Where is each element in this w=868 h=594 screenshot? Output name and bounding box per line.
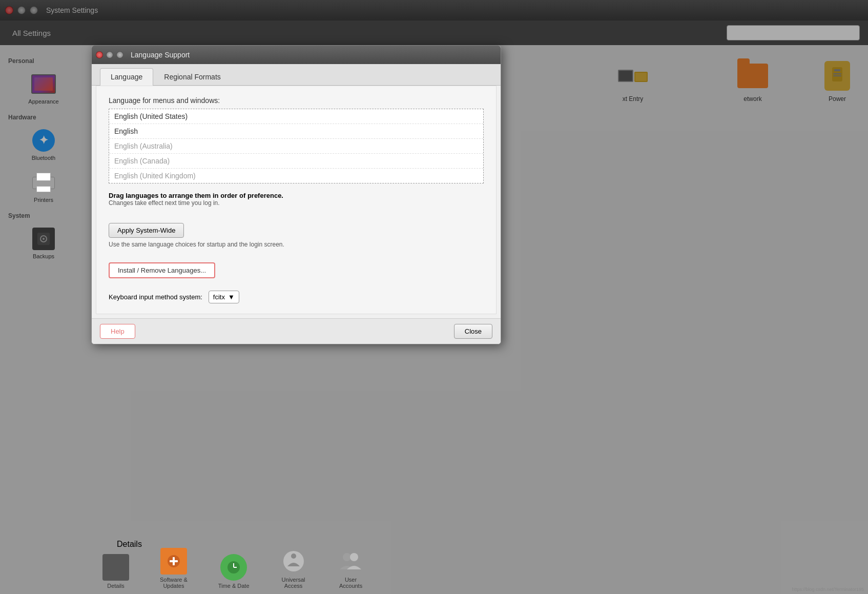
grid-item-timedate[interactable]: Time & Date	[218, 554, 250, 589]
apply-hint: Use the same language choices for startu…	[109, 241, 484, 248]
dialog-footer: Help Close	[92, 318, 501, 344]
dialog-close-button[interactable]	[96, 51, 103, 58]
lang-item-en-uk[interactable]: English (United Kingdom)	[109, 169, 483, 183]
tab-language[interactable]: Language	[100, 68, 153, 86]
dialog-title: Language Support	[131, 51, 190, 59]
dialog-overlay: Language Support Language Regional Forma…	[0, 0, 868, 594]
dialog-minimize-button[interactable]	[106, 51, 113, 58]
grid-item-universal[interactable]: UniversalAccess	[280, 548, 307, 589]
dialog-titlebar: Language Support	[92, 46, 501, 64]
universal-icon	[280, 548, 307, 575]
lang-item-en[interactable]: English	[109, 124, 483, 139]
help-button[interactable]: Help	[100, 324, 135, 339]
software-label: Software &Updates	[160, 577, 188, 589]
keyboard-label: Keyboard input method system:	[109, 293, 202, 301]
keyboard-value: fcitx	[213, 293, 225, 301]
drag-hint-sub: Changes take effect next time you log in…	[109, 199, 484, 207]
apply-system-wide-button[interactable]: Apply System-Wide	[109, 223, 184, 238]
dialog-maximize-button[interactable]	[116, 51, 123, 58]
lang-item-en-us[interactable]: English (United States)	[109, 109, 483, 124]
bottom-icons: Details Software &Updates Time & Date Un…	[102, 548, 364, 589]
details-label-bottom: Details	[107, 583, 125, 589]
svg-point-14	[291, 554, 296, 559]
install-section: Install / Remove Languages...	[109, 254, 484, 278]
apply-section: Apply System-Wide Use the same language …	[109, 215, 484, 248]
svg-point-16	[350, 553, 358, 561]
svg-point-15	[343, 553, 351, 561]
timedate-icon	[220, 554, 247, 581]
lang-item-en-au[interactable]: English (Australia)	[109, 139, 483, 154]
grid-item-useraccounts[interactable]: UserAccounts	[338, 548, 364, 589]
dropdown-arrow-icon: ▼	[228, 293, 235, 301]
keyboard-row: Keyboard input method system: fcitx ▼	[109, 291, 484, 303]
url-bar: https://blog.csdn.net/Terminator195	[792, 587, 864, 592]
drag-hint: Drag languages to arrange them in order …	[109, 192, 484, 207]
svg-rect-9	[173, 557, 175, 565]
useraccounts-icon	[338, 548, 364, 575]
language-list: English (United States) English English …	[109, 109, 484, 183]
useraccounts-label: UserAccounts	[339, 577, 362, 589]
dialog-content: Language for menus and windows: English …	[96, 86, 497, 314]
language-section-heading: Language for menus and windows:	[109, 96, 484, 105]
grid-item-details-bottom[interactable]: Details	[102, 554, 129, 589]
drag-hint-bold: Drag languages to arrange them in order …	[109, 192, 283, 199]
tab-bar: Language Regional Formats	[92, 64, 501, 86]
timedate-label: Time & Date	[218, 583, 250, 589]
keyboard-select[interactable]: fcitx ▼	[209, 291, 239, 303]
install-remove-button[interactable]: Install / Remove Languages...	[109, 262, 215, 278]
lang-item-en-ca[interactable]: English (Canada)	[109, 154, 483, 169]
tab-regional[interactable]: Regional Formats	[153, 68, 232, 85]
details-icon	[102, 554, 129, 581]
grid-item-software[interactable]: Software &Updates	[160, 548, 188, 589]
software-icon	[160, 548, 187, 575]
language-support-dialog: Language Support Language Regional Forma…	[91, 45, 501, 344]
universal-label: UniversalAccess	[282, 577, 305, 589]
close-dialog-button[interactable]: Close	[454, 324, 492, 339]
